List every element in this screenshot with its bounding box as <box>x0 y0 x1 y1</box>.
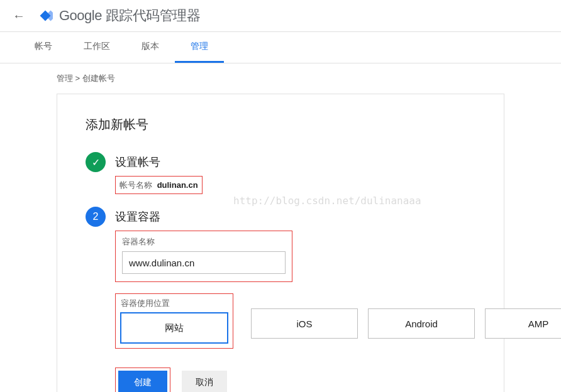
create-highlight: 创建 <box>115 368 170 392</box>
usage-option-android[interactable]: Android <box>368 308 475 339</box>
gtm-logo-icon <box>38 8 53 23</box>
watermark: http://blog.csdn.net/dulinanaaa <box>233 195 421 207</box>
step-1: ✓ 设置帐号 帐号名称 dulinan.cn <box>86 152 475 194</box>
container-name-label: 容器名称 <box>122 236 286 248</box>
account-summary-row: 帐号名称 dulinan.cn <box>115 176 203 194</box>
breadcrumb: 管理 > 创建帐号 <box>0 63 561 94</box>
main-panel: http://blog.csdn.net/dulinanaaa 添加新帐号 ✓ … <box>57 94 504 392</box>
usage-label: 容器使用位置 <box>121 298 228 309</box>
tabs: 帐号 工作区 版本 管理 <box>0 32 561 63</box>
container-name-input[interactable] <box>122 251 286 274</box>
action-buttons: 创建 取消 <box>115 368 561 392</box>
step2-title: 设置容器 <box>115 207 561 224</box>
container-name-group: 容器名称 <box>115 231 292 282</box>
usage-options: 容器使用位置 网站 iOS Android AMP <box>115 293 561 349</box>
usage-option-amp[interactable]: AMP <box>485 308 561 339</box>
step-2: 2 设置容器 容器名称 容器使用位置 网站 iOS Android AMP <box>86 207 475 392</box>
step-2-number-icon: 2 <box>86 207 106 227</box>
usage-option-ios[interactable]: iOS <box>251 308 358 339</box>
create-button[interactable]: 创建 <box>118 371 167 392</box>
cancel-button[interactable]: 取消 <box>182 371 227 392</box>
back-arrow-icon[interactable]: ← <box>13 9 25 23</box>
usage-selected-wrap: 容器使用位置 网站 <box>115 293 233 349</box>
tab-version[interactable]: 版本 <box>126 32 175 63</box>
account-name-value: dulinan.cn <box>157 180 198 190</box>
product-name: Google 跟踪代码管理器 <box>59 6 200 25</box>
tab-workspace[interactable]: 工作区 <box>68 32 126 63</box>
tab-admin[interactable]: 管理 <box>175 32 224 63</box>
tab-account[interactable]: 帐号 <box>19 32 68 63</box>
header: ← Google 跟踪代码管理器 <box>0 0 561 32</box>
usage-option-website[interactable]: 网站 <box>121 313 228 343</box>
page-title: 添加新帐号 <box>86 116 475 133</box>
check-icon: ✓ <box>86 152 106 172</box>
account-name-label: 帐号名称 <box>119 180 152 190</box>
step1-title: 设置帐号 <box>115 152 475 170</box>
